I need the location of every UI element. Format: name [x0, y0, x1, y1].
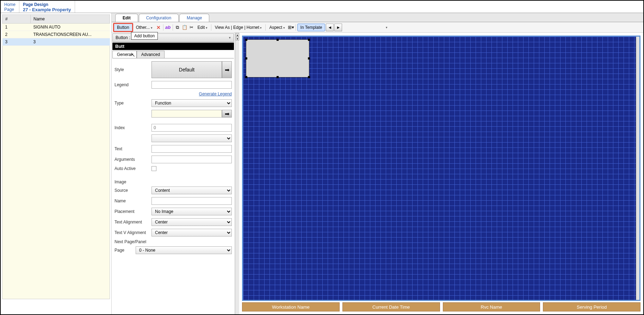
prop-tabs: General Advanced — [112, 51, 234, 58]
properties-panel: Button : ▾ Butt General Advanced Style D… — [112, 33, 235, 314]
copy-icon[interactable]: ⧉ — [174, 24, 181, 31]
image-section: Image — [114, 179, 232, 184]
textvalign-select[interactable]: Center — [151, 229, 232, 237]
viewas-dropdown[interactable]: View As | Edge | Hornet — [213, 24, 264, 31]
tooltip: Add button — [131, 32, 158, 40]
autoactive-checkbox[interactable] — [151, 166, 156, 171]
name-input[interactable] — [151, 197, 232, 205]
index-input[interactable] — [151, 124, 232, 132]
footer-serving[interactable]: Serving Period — [543, 302, 640, 311]
nav-prev-button[interactable]: ◄ — [326, 24, 334, 31]
col-num[interactable]: # — [2, 15, 31, 24]
legend-label: Legend — [114, 82, 151, 87]
arguments-input[interactable] — [151, 156, 232, 163]
tab-general[interactable]: General — [112, 51, 137, 58]
tab-manage[interactable]: Manage — [179, 14, 209, 22]
cut-icon[interactable]: ✂ — [188, 24, 195, 31]
type-select[interactable]: Function — [151, 99, 232, 107]
tab-line2: 27 - Example Property — [23, 7, 71, 13]
mid-tabs: Edit Configuration Manage — [112, 13, 643, 22]
footer-bar: Workstation Name Current Date Time Rvc N… — [242, 302, 640, 311]
table-row-selected[interactable]: 3 3 — [2, 38, 110, 46]
tab-line1: Page Design — [23, 2, 71, 7]
section-title: Butt — [112, 43, 234, 50]
textalign-select[interactable]: Center — [151, 218, 232, 226]
separator — [296, 24, 296, 31]
style-next-button[interactable]: ➡ — [222, 61, 232, 78]
separator — [163, 24, 163, 31]
scroll-up-icon[interactable]: ▴ — [236, 33, 239, 37]
text-label: Text — [114, 146, 151, 151]
nav-next-button[interactable]: ► — [334, 24, 342, 31]
name-label: Name — [114, 199, 151, 203]
page-label: Page — [114, 248, 136, 253]
nextpage-section: Next Page/Panel — [114, 239, 232, 244]
extra-dropdown[interactable]: ▾ — [386, 26, 388, 29]
paste-icon[interactable]: 📋 — [181, 24, 188, 31]
tab-line1: Home — [4, 2, 16, 7]
separator — [211, 24, 211, 31]
in-template-button[interactable]: In Template — [297, 24, 326, 31]
resize-handle[interactable] — [245, 39, 247, 41]
col-name[interactable]: Name — [31, 15, 110, 24]
other-dropdown[interactable]: Other... — [134, 24, 155, 31]
resize-handle[interactable] — [277, 39, 279, 41]
resize-handle[interactable] — [308, 57, 310, 59]
footer-rvc[interactable]: Rvc Name — [443, 302, 540, 311]
aspect-dropdown[interactable]: Aspect — [267, 24, 287, 31]
generate-legend-link[interactable]: Generate Legend — [199, 92, 232, 96]
placement-select[interactable]: No Image — [151, 208, 232, 215]
table-row[interactable]: 2 TRANSACTIONSCREEN AU... — [2, 31, 110, 38]
type-label: Type — [114, 101, 151, 106]
grid-icon[interactable]: ⊞▾ — [288, 24, 294, 31]
text-input[interactable] — [151, 145, 232, 153]
prop-content: Style Default ➡ Legend Generate Legend T… — [112, 58, 235, 314]
tab-edit[interactable]: Edit — [115, 14, 138, 22]
tab-page-design[interactable]: Page Design 27 - Example Property — [19, 1, 75, 13]
top-tabs: Home Page Page Design 27 - Example Prope… — [1, 1, 643, 13]
textvalign-label: Text V Alignment — [114, 230, 151, 235]
page-list-table: # Name 1 SIGNIN AUTO 2 TRANSACTIONSCREEN… — [2, 14, 110, 46]
index-label: Index — [114, 125, 151, 130]
separator — [173, 24, 173, 31]
scrollbar[interactable]: ▴ ▾ — [235, 33, 239, 314]
style-preview[interactable]: Default — [151, 61, 222, 78]
empty-list-area — [2, 46, 110, 299]
canvas-area: Workstation Name Current Date Time Rvc N… — [239, 33, 643, 314]
tab-line2: Page — [4, 7, 16, 12]
resize-handle[interactable] — [245, 76, 247, 78]
legend-input[interactable] — [151, 81, 232, 89]
scroll-down-icon[interactable]: ▾ — [236, 37, 239, 40]
separator — [265, 24, 266, 31]
selected-button-widget[interactable] — [246, 39, 309, 77]
tab-advanced[interactable]: Advanced — [137, 51, 165, 58]
design-canvas[interactable] — [242, 36, 640, 301]
style-label: Style — [114, 67, 151, 72]
index-select[interactable] — [151, 134, 232, 142]
type-browse-button[interactable]: ➡ — [222, 110, 232, 118]
arguments-label: Arguments — [114, 157, 151, 162]
delete-icon[interactable]: ✕ — [155, 24, 162, 31]
button-header-dropdown[interactable]: Button : ▾ — [112, 33, 234, 42]
toolbar: Button Other... ✕ ab ⧉ 📋 ✂ Edit View As … — [112, 22, 643, 33]
table-row[interactable]: 1 SIGNIN AUTO — [2, 24, 110, 31]
type-sub-input[interactable] — [151, 110, 222, 118]
edit-dropdown[interactable]: Edit — [196, 24, 210, 31]
placement-label: Placement — [114, 209, 151, 214]
tab-configuration[interactable]: Configuration — [139, 14, 179, 22]
page-select[interactable]: 0 - None — [136, 246, 232, 254]
ab-icon[interactable]: ab — [165, 24, 171, 31]
resize-handle[interactable] — [308, 76, 310, 78]
footer-workstation[interactable]: Workstation Name — [242, 302, 340, 311]
textalign-label: Text Alignment — [114, 220, 151, 225]
tab-home-page[interactable]: Home Page — [1, 1, 19, 13]
autoactive-label: Auto Active — [114, 166, 151, 171]
source-select[interactable]: Content — [151, 187, 232, 194]
source-label: Source — [114, 188, 151, 193]
resize-handle[interactable] — [308, 39, 310, 41]
resize-handle[interactable] — [245, 57, 247, 59]
footer-datetime[interactable]: Current Date Time — [342, 302, 440, 311]
button-tool[interactable]: Button — [113, 23, 133, 32]
resize-handle[interactable] — [277, 76, 279, 78]
left-list-panel: # Name 1 SIGNIN AUTO 2 TRANSACTIONSCREEN… — [1, 13, 112, 314]
